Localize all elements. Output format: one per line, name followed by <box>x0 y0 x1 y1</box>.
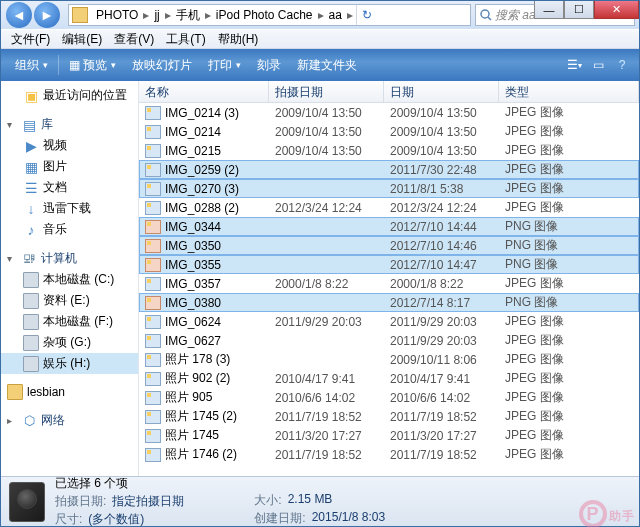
file-name: 照片 178 (3) <box>165 351 230 368</box>
file-rows[interactable]: IMG_0214 (3)2009/10/4 13:502009/10/4 13:… <box>139 103 639 476</box>
drive-icon <box>23 293 39 309</box>
details-pane-button[interactable]: ▭ <box>587 54 609 76</box>
breadcrumb-segment[interactable]: PHOTO <box>92 8 142 22</box>
breadcrumb-segment[interactable]: 手机 <box>172 8 204 22</box>
shot-date-value[interactable]: 指定拍摄日期 <box>112 493 184 510</box>
file-type: JPEG 图像 <box>499 388 639 407</box>
print-button[interactable]: 打印▾ <box>200 53 249 78</box>
nav-drive-g[interactable]: 杂项 (G:) <box>1 332 138 353</box>
file-date: 2010/4/17 9:41 <box>384 371 499 387</box>
file-type: JPEG 图像 <box>499 179 639 198</box>
details-pane: 已选择 6 个项 拍摄日期:指定拍摄日期 尺寸:(多个数值) 大小:2.15 M… <box>1 476 639 526</box>
menu-file[interactable]: 文件(F) <box>5 29 56 50</box>
computer-icon: 🖳 <box>21 251 37 267</box>
file-type: PNG 图像 <box>499 293 639 312</box>
video-icon: ▶ <box>23 138 39 154</box>
more-indicator: ... <box>139 464 639 476</box>
explorer-window: ◄ ► PHOTO▸jj▸手机▸iPod Photo Cache▸aa▸ ↻ 搜… <box>0 0 640 527</box>
image-file-icon <box>145 163 161 177</box>
file-shot-date <box>269 340 384 342</box>
nav-thunder[interactable]: ↓迅雷下载 <box>1 198 138 219</box>
chevron-right-icon[interactable]: ▸ <box>204 8 212 22</box>
file-row[interactable]: IMG_0270 (3)2011/8/1 5:38JPEG 图像 <box>139 179 639 198</box>
file-name: IMG_0214 (3) <box>165 106 239 120</box>
nav-video[interactable]: ▶视频 <box>1 135 138 156</box>
file-row[interactable]: IMG_0214 (3)2009/10/4 13:502009/10/4 13:… <box>139 103 639 122</box>
file-row[interactable]: IMG_03502012/7/10 14:46PNG 图像 <box>139 236 639 255</box>
file-row[interactable]: IMG_02152009/10/4 13:502009/10/4 13:50JP… <box>139 141 639 160</box>
new-folder-button[interactable]: 新建文件夹 <box>289 53 365 78</box>
file-shot-date: 2009/10/4 13:50 <box>269 105 384 121</box>
nav-computer[interactable]: ▾🖳计算机 <box>1 248 138 269</box>
chevron-right-icon[interactable]: ▸ <box>164 8 172 22</box>
breadcrumb-segment[interactable]: iPod Photo Cache <box>212 8 317 22</box>
view-mode-button[interactable]: ☰▾ <box>563 54 585 76</box>
file-row[interactable]: 照片 17452011/3/20 17:272011/3/20 17:27JPE… <box>139 426 639 445</box>
file-date: 2012/7/10 14:44 <box>384 219 499 235</box>
nav-lesbian[interactable]: lesbian <box>1 382 138 402</box>
minimize-button[interactable]: — <box>534 1 564 19</box>
file-row[interactable]: IMG_0259 (2)2011/7/30 22:48JPEG 图像 <box>139 160 639 179</box>
file-row[interactable]: IMG_03442012/7/10 14:44PNG 图像 <box>139 217 639 236</box>
nav-documents[interactable]: ☰文档 <box>1 177 138 198</box>
image-file-icon <box>145 239 161 253</box>
nav-drive-h[interactable]: 娱乐 (H:) <box>1 353 138 374</box>
address-bar[interactable]: PHOTO▸jj▸手机▸iPod Photo Cache▸aa▸ ↻ <box>68 4 471 26</box>
file-row[interactable]: IMG_03552012/7/10 14:47PNG 图像 <box>139 255 639 274</box>
file-row[interactable]: 照片 1745 (2)2011/7/19 18:522011/7/19 18:5… <box>139 407 639 426</box>
file-row[interactable]: IMG_06242011/9/29 20:032011/9/29 20:03JP… <box>139 312 639 331</box>
col-type[interactable]: 类型 <box>499 81 639 102</box>
nav-libraries[interactable]: ▾▤库 <box>1 114 138 135</box>
file-row[interactable]: IMG_02142009/10/4 13:502009/10/4 13:50JP… <box>139 122 639 141</box>
nav-drive-c[interactable]: 本地磁盘 (C:) <box>1 269 138 290</box>
file-row[interactable]: IMG_0288 (2)2012/3/24 12:242012/3/24 12:… <box>139 198 639 217</box>
nav-drive-f[interactable]: 本地磁盘 (F:) <box>1 311 138 332</box>
file-date: 2011/3/20 17:27 <box>384 428 499 444</box>
menu-view[interactable]: 查看(V) <box>108 29 160 50</box>
nav-network[interactable]: ▸⬡网络 <box>1 410 138 431</box>
refresh-button[interactable]: ↻ <box>356 5 378 25</box>
burn-button[interactable]: 刻录 <box>249 53 289 78</box>
drive-icon <box>23 314 39 330</box>
file-shot-date: 2011/3/20 17:27 <box>269 428 384 444</box>
breadcrumb-segment[interactable]: aa <box>325 8 346 22</box>
drive-icon <box>23 272 39 288</box>
file-row[interactable]: IMG_06272011/9/29 20:03JPEG 图像 <box>139 331 639 350</box>
back-button[interactable]: ◄ <box>6 2 32 28</box>
preview-button[interactable]: ▦预览▾ <box>61 53 124 78</box>
nav-drive-e[interactable]: 资料 (E:) <box>1 290 138 311</box>
help-button[interactable]: ? <box>611 54 633 76</box>
file-row[interactable]: IMG_03802012/7/14 8:17PNG 图像 <box>139 293 639 312</box>
nav-recent[interactable]: ▣最近访问的位置 <box>1 85 138 106</box>
menu-tools[interactable]: 工具(T) <box>160 29 211 50</box>
slideshow-button[interactable]: 放映幻灯片 <box>124 53 200 78</box>
maximize-button[interactable]: ☐ <box>564 1 594 19</box>
image-file-icon <box>145 315 161 329</box>
chevron-right-icon[interactable]: ▸ <box>346 8 354 22</box>
file-row[interactable]: 照片 9052010/6/6 14:022010/6/6 14:02JPEG 图… <box>139 388 639 407</box>
watermark: P助手 <box>579 495 635 527</box>
chevron-right-icon[interactable]: ▸ <box>317 8 325 22</box>
file-row[interactable]: IMG_03572000/1/8 8:222000/1/8 8:22JPEG 图… <box>139 274 639 293</box>
menu-bar: 文件(F) 编辑(E) 查看(V) 工具(T) 帮助(H) <box>1 29 639 49</box>
forward-button[interactable]: ► <box>34 2 60 28</box>
menu-help[interactable]: 帮助(H) <box>212 29 265 50</box>
file-row[interactable]: 照片 902 (2)2010/4/17 9:412010/4/17 9:41JP… <box>139 369 639 388</box>
organize-button[interactable]: 组织▾ <box>7 53 56 78</box>
menu-edit[interactable]: 编辑(E) <box>56 29 108 50</box>
file-row[interactable]: 照片 1746 (2)2011/7/19 18:522011/7/19 18:5… <box>139 445 639 464</box>
file-shot-date: 2009/10/4 13:50 <box>269 124 384 140</box>
image-file-icon <box>145 429 161 443</box>
file-row[interactable]: 照片 178 (3)2009/10/11 8:06JPEG 图像 <box>139 350 639 369</box>
folder-icon <box>7 384 23 400</box>
col-date[interactable]: 日期 <box>384 81 499 102</box>
nav-music[interactable]: ♪音乐 <box>1 219 138 240</box>
close-button[interactable]: ✕ <box>594 1 639 19</box>
nav-pictures[interactable]: ▦图片 <box>1 156 138 177</box>
file-type: PNG 图像 <box>499 217 639 236</box>
col-shot-date[interactable]: 拍摄日期 <box>269 81 384 102</box>
file-type: JPEG 图像 <box>499 141 639 160</box>
size-value: 2.15 MB <box>288 492 333 509</box>
breadcrumb-segment[interactable]: jj <box>150 8 163 22</box>
col-name[interactable]: 名称 <box>139 81 269 102</box>
